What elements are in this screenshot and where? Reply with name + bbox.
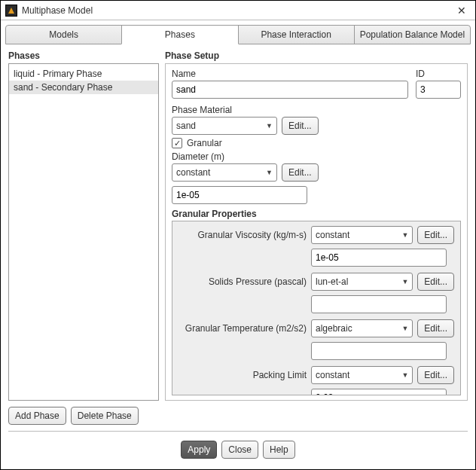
edit-diameter-button[interactable]: Edit... xyxy=(282,163,319,182)
chevron-down-icon: ▼ xyxy=(266,122,273,130)
help-button[interactable]: Help xyxy=(263,441,295,459)
granular-viscosity-value[interactable] xyxy=(311,249,447,267)
apply-button[interactable]: Apply xyxy=(181,441,217,459)
diameter-label: Diameter (m) xyxy=(172,151,461,162)
id-label: ID xyxy=(416,69,461,79)
edit-material-button[interactable]: Edit... xyxy=(282,117,319,135)
name-label: Name xyxy=(172,69,408,79)
phases-header: Phases xyxy=(8,50,159,61)
tab-bar: Models Phases Phase Interaction Populati… xyxy=(5,25,471,44)
list-item[interactable]: sand - Secondary Phase xyxy=(9,81,158,94)
chevron-down-icon: ▼ xyxy=(401,278,408,285)
edit-granular-temperature-button[interactable]: Edit... xyxy=(417,319,454,337)
diameter-method-select[interactable]: constant ▼ xyxy=(172,163,277,182)
packing-limit-select[interactable]: constant ▼ xyxy=(311,366,413,384)
titlebar: Multiphase Model ✕ xyxy=(1,1,475,20)
divider xyxy=(8,431,468,432)
diameter-value-field[interactable] xyxy=(172,186,307,204)
edit-solids-pressure-button[interactable]: Edit... xyxy=(417,273,454,291)
phase-material-value: sand xyxy=(176,121,196,131)
granular-temperature-value[interactable] xyxy=(311,342,447,360)
diameter-method-value: constant xyxy=(176,167,210,178)
chevron-down-icon: ▼ xyxy=(266,169,273,176)
chevron-down-icon: ▼ xyxy=(401,325,408,332)
tab-phase-interaction[interactable]: Phase Interaction xyxy=(238,25,355,44)
phase-material-label: Phase Material xyxy=(172,105,461,115)
app-icon xyxy=(5,5,17,17)
granular-checkbox[interactable]: ✓ xyxy=(172,138,182,148)
phase-material-select[interactable]: sand ▼ xyxy=(172,117,277,135)
granular-properties-scroll[interactable]: Granular Viscosity (kg/m-s) constant ▼ E… xyxy=(172,221,460,395)
add-phase-button[interactable]: Add Phase xyxy=(8,407,66,425)
granular-temperature-select[interactable]: algebraic ▼ xyxy=(311,319,413,337)
list-item[interactable]: liquid - Primary Phase xyxy=(9,67,158,81)
granular-viscosity-select[interactable]: constant ▼ xyxy=(311,226,413,244)
tab-population-balance[interactable]: Population Balance Model xyxy=(354,25,471,44)
prop-label: Granular Temperature (m2/s2) xyxy=(178,323,307,334)
edit-granular-viscosity-button[interactable]: Edit... xyxy=(417,226,454,244)
edit-packing-limit-button[interactable]: Edit... xyxy=(417,366,454,384)
solids-pressure-value[interactable] xyxy=(311,295,447,313)
prop-label: Granular Viscosity (kg/m-s) xyxy=(178,230,307,240)
phase-setup-panel: Name ID Phase Material sand xyxy=(165,63,468,401)
id-field[interactable] xyxy=(416,81,461,99)
prop-label: Packing Limit xyxy=(178,370,307,380)
name-field[interactable] xyxy=(172,81,408,99)
packing-limit-value[interactable] xyxy=(311,389,447,395)
prop-label: Solids Pressure (pascal) xyxy=(178,276,307,287)
chevron-down-icon: ▼ xyxy=(401,231,408,239)
granular-label: Granular xyxy=(187,138,222,148)
delete-phase-button[interactable]: Delete Phase xyxy=(71,407,139,425)
solids-pressure-select[interactable]: lun-et-al ▼ xyxy=(311,273,413,291)
close-icon[interactable]: ✕ xyxy=(454,5,469,17)
chevron-down-icon: ▼ xyxy=(401,371,408,379)
tab-phases[interactable]: Phases xyxy=(121,25,238,44)
phases-list[interactable]: liquid - Primary Phase sand - Secondary … xyxy=(8,63,159,401)
granular-properties-header: Granular Properties xyxy=(172,209,461,219)
granular-properties-panel: Granular Viscosity (kg/m-s) constant ▼ E… xyxy=(172,221,461,395)
tab-models[interactable]: Models xyxy=(5,25,122,44)
window-title: Multiphase Model xyxy=(22,5,93,16)
phase-setup-header: Phase Setup xyxy=(165,50,468,61)
close-button[interactable]: Close xyxy=(221,441,258,459)
